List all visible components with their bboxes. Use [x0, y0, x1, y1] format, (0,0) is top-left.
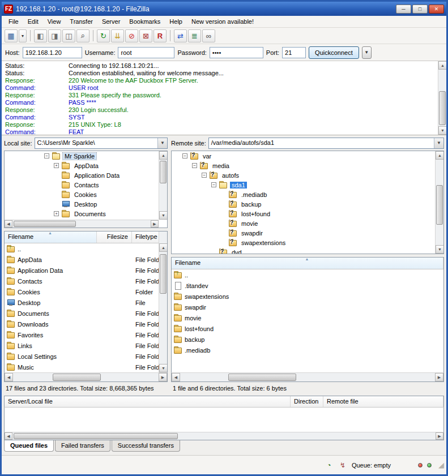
tree-item-lost-found[interactable]: ?lost+found — [172, 209, 435, 218]
file-row-swapextensions[interactable]: swapextensions — [172, 291, 443, 302]
file-row-documents[interactable]: DocumentsFile Folder — [5, 308, 167, 319]
tree-item-swapdir[interactable]: ?swapdir — [172, 228, 435, 238]
file-row-swapdir[interactable]: swapdir — [172, 302, 443, 312]
file-row-mediadb[interactable]: .mediadb — [172, 345, 443, 355]
menu-bookmarks[interactable]: Bookmarks — [125, 17, 165, 26]
tree-item-dvd[interactable]: ?dvd — [172, 247, 435, 254]
tree-item-autofs[interactable]: −?autofs — [172, 170, 435, 180]
scroll-thumb[interactable] — [14, 433, 178, 439]
chevron-down-icon[interactable]: ▼ — [434, 138, 443, 148]
scroll-up-icon[interactable]: ▲ — [159, 243, 168, 252]
host-input[interactable] — [23, 47, 82, 58]
tree-item-sda1[interactable]: −sda1 — [172, 180, 435, 190]
scroll-thumb[interactable] — [436, 185, 443, 225]
refresh-icon[interactable]: ↻ — [97, 29, 110, 42]
speed-limit-icon[interactable]: ◔ — [325, 461, 334, 470]
file-row-music[interactable]: MusicFile Folder — [5, 362, 167, 372]
scroll-thumb[interactable] — [439, 91, 446, 125]
resize-grip[interactable]: ◢ — [436, 461, 444, 469]
tree-expander-icon[interactable]: − — [44, 153, 49, 158]
toggle-log-icon[interactable]: ◧ — [34, 29, 47, 42]
file-row-backup[interactable]: backup — [172, 334, 443, 345]
chevron-down-icon[interactable]: ▼ — [157, 138, 167, 148]
tree-item-var[interactable]: −?var — [172, 151, 435, 161]
scroll-left-icon[interactable]: ◀ — [172, 373, 180, 381]
tree-expander-icon[interactable]: + — [54, 211, 59, 216]
reconnect-icon[interactable]: R — [153, 29, 167, 42]
scroll-up-icon[interactable]: ▲ — [159, 151, 168, 160]
close-button[interactable]: ✕ — [429, 5, 444, 14]
remote-site-combobox[interactable]: /var/media/autofs/sda1 ▼ — [208, 138, 444, 149]
scroll-thumb[interactable] — [160, 161, 167, 183]
local-site-combobox[interactable]: C:\Users\Mr Sparkle\ ▼ — [35, 138, 168, 149]
file-row-titandev[interactable]: .titandev — [172, 280, 443, 291]
menu-transfer[interactable]: Transfer — [65, 17, 97, 26]
remote-tree-vscrollbar[interactable]: ▲ ▼ — [435, 151, 443, 254]
synchronized-browsing-icon[interactable]: ≣ — [188, 29, 201, 42]
toggle-remote-tree-icon[interactable]: ◫ — [62, 29, 75, 42]
tree-item-mr-sparkle[interactable]: −Mr Sparkle — [5, 151, 159, 161]
local-tree-vscrollbar[interactable]: ▲ ▼ — [159, 151, 167, 220]
tree-item-movie[interactable]: ?movie — [172, 218, 435, 228]
tab-queued-files[interactable]: Queued files — [4, 440, 54, 452]
site-manager-icon[interactable]: ▦ — [5, 29, 18, 42]
tree-item-swapextensions[interactable]: ?swapextensions — [172, 238, 435, 247]
quickconnect-button[interactable]: Quickconnect — [309, 46, 359, 59]
title-bar[interactable]: FZ 192.168.1.20 - root@192.168.1.20 - Fi… — [2, 2, 446, 16]
scroll-right-icon[interactable]: ▶ — [159, 373, 167, 381]
maximize-button[interactable]: □ — [412, 5, 428, 14]
scroll-left-icon[interactable]: ◀ — [5, 432, 12, 440]
scroll-up-icon[interactable]: ▲ — [436, 151, 444, 160]
scroll-right-icon[interactable]: ▶ — [151, 220, 159, 228]
tab-failed-transfers[interactable]: Failed transfers — [55, 440, 110, 452]
tree-item-backup[interactable]: ?backup — [172, 199, 435, 209]
column-header-filesize[interactable]: Filesize — [97, 231, 132, 243]
tab-successful-transfers[interactable]: Successful transfers — [112, 440, 180, 452]
site-manager-dropdown-icon[interactable]: ▾ — [19, 29, 27, 42]
disconnect-icon[interactable]: ⊠ — [139, 29, 152, 42]
scroll-up-icon[interactable]: ▲ — [438, 61, 446, 70]
menu-new-version-available[interactable]: New version available! — [187, 17, 258, 26]
tree-expander-icon[interactable]: − — [192, 163, 197, 168]
column-header-direction[interactable]: Direction — [291, 396, 323, 407]
tree-item-contacts[interactable]: Contacts — [5, 180, 159, 190]
menu-view[interactable]: View — [43, 17, 66, 26]
find-files-icon[interactable]: ∞ — [202, 29, 215, 42]
queue-body[interactable] — [4, 408, 444, 432]
tree-item-application-data[interactable]: Application Data — [5, 170, 159, 180]
scroll-down-icon[interactable]: ▼ — [159, 211, 168, 220]
tree-item-desktop[interactable]: Desktop — [5, 199, 159, 209]
tree-item-cookies[interactable]: Cookies — [5, 190, 159, 199]
file-row-application-data[interactable]: Application DataFile Folder — [5, 265, 167, 276]
scroll-left-icon[interactable]: ◀ — [5, 220, 12, 228]
local-tree-hscrollbar[interactable]: ◀ ▶ — [5, 220, 159, 228]
minimize-button[interactable]: ─ — [396, 5, 411, 14]
filter-icon[interactable]: ⌕ — [76, 29, 89, 42]
scroll-thumb[interactable] — [53, 374, 101, 381]
connection-status-icon[interactable]: ↯ — [338, 461, 347, 470]
file-row-item[interactable]: ↑.. — [5, 243, 167, 254]
file-row-lost-found[interactable]: lost+found — [172, 323, 443, 334]
column-header-server-local-file[interactable]: Server/Local file — [5, 396, 291, 407]
scroll-down-icon[interactable]: ▼ — [159, 364, 168, 372]
scroll-left-icon[interactable]: ◀ — [5, 373, 13, 381]
tree-item-documents[interactable]: +Documents — [5, 209, 159, 218]
tree-item-mediadb[interactable]: ?.mediadb — [172, 190, 435, 199]
file-row-desktop[interactable]: DesktopFile — [5, 297, 167, 308]
column-header-filename[interactable]: ▲Filename — [5, 231, 97, 243]
menu-server[interactable]: Server — [97, 17, 125, 26]
file-row-links[interactable]: LinksFile Folder — [5, 340, 167, 351]
file-row-local-settings[interactable]: Local SettingsFile Folder — [5, 351, 167, 362]
file-row-downloads[interactable]: DownloadsFile Folder — [5, 319, 167, 329]
menu-edit[interactable]: Edit — [23, 17, 43, 26]
quickconnect-dropdown-icon[interactable]: ▼ — [362, 46, 372, 59]
tree-expander-icon[interactable]: + — [54, 163, 59, 168]
directory-comparison-icon[interactable]: ⇄ — [174, 29, 187, 42]
local-list-vscrollbar[interactable]: ▲ ▼ — [159, 231, 167, 372]
toggle-local-tree-icon[interactable]: ◨ — [48, 29, 61, 42]
scroll-thumb[interactable] — [14, 221, 76, 227]
menu-file[interactable]: File — [4, 17, 23, 26]
process-queue-icon[interactable]: ⇊ — [111, 29, 124, 42]
file-row-contacts[interactable]: ContactsFile Folder — [5, 276, 167, 286]
column-header-remote-file[interactable]: Remote file — [323, 396, 443, 407]
